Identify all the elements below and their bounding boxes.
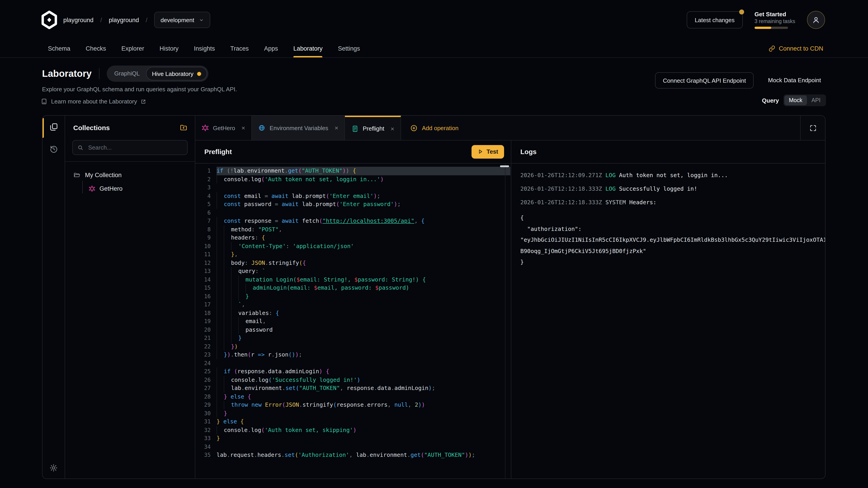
collections-search[interactable] (72, 140, 188, 155)
code-line: 5const password = await lab.prompt('Ente… (195, 200, 510, 208)
get-started-widget[interactable]: Get Started 3 remaining tasks (754, 11, 795, 29)
code-line: 10'Content-Type': 'application/json' (195, 242, 510, 250)
history-icon[interactable] (42, 144, 65, 154)
latest-changes-button[interactable]: Latest changes (686, 11, 743, 29)
add-operation-label: Add operation (422, 125, 458, 131)
line-content: `, (217, 300, 510, 309)
code-line: 35lab.request.headers.set('Authorization… (195, 451, 510, 459)
user-avatar[interactable] (807, 11, 825, 29)
notification-dot (739, 9, 744, 14)
indent-guide (217, 175, 224, 184)
breadcrumb-separator: / (100, 17, 102, 23)
hive-logo-icon[interactable] (40, 10, 59, 29)
indent-guide (231, 326, 238, 334)
line-content: method: "POST", (217, 225, 510, 234)
code-line: 13query: ` (195, 267, 510, 275)
line-number: 23 (195, 351, 217, 359)
indent-guide (217, 267, 224, 275)
breadcrumb: playground / playground / development (63, 0, 210, 40)
line-number: 14 (195, 275, 217, 284)
line-number: 9 (195, 234, 217, 242)
nav-item-schema[interactable]: Schema (48, 40, 70, 57)
chevron-down-icon (199, 18, 204, 22)
indent-guide (217, 250, 224, 259)
indent-guide (224, 284, 231, 292)
line-content (217, 208, 510, 217)
tab-preflight[interactable]: Preflight× (345, 116, 401, 140)
breadcrumb-org[interactable]: playground (63, 17, 94, 23)
collection-folder-my-collection[interactable]: My Collection (65, 168, 195, 182)
endpoint-mode-label: Query (762, 97, 779, 104)
project-nav: SchemaChecksExplorerHistoryInsightsTrace… (0, 40, 868, 58)
target-selector[interactable]: development (154, 12, 210, 28)
line-content: if (!lab.environment.get("AUTH_TOKEN")) … (217, 167, 510, 175)
close-icon[interactable]: × (241, 124, 245, 131)
connect-endpoint-button[interactable]: Connect GraphQL API Endpoint (655, 72, 754, 89)
fullscreen-icon (809, 124, 817, 132)
line-content: console.log('Successfully logged in!') (217, 376, 510, 384)
editor-scrollbar-track (505, 164, 505, 479)
editor-scrollbar-thumb[interactable] (500, 165, 509, 167)
line-number: 30 (195, 409, 217, 418)
mock-endpoint-button[interactable]: Mock Data Endpoint (768, 72, 821, 88)
gear-icon[interactable] (42, 464, 65, 472)
learn-more-link[interactable]: Learn more about the Laboratory (41, 98, 146, 105)
code-line: 27lab.environment.set("AUTH_TOKEN", resp… (195, 384, 510, 392)
indent-guide (224, 300, 231, 309)
collection-item-gethero[interactable]: GetHero (65, 182, 195, 195)
tab-gethero[interactable]: GetHero× (195, 116, 252, 140)
line-content: }).then(r => r.json()); (217, 351, 510, 359)
mode-option-mock[interactable]: Mock (784, 95, 807, 105)
tab-environment-variables[interactable]: Environment Variables× (252, 116, 345, 140)
nav-item-insights[interactable]: Insights (194, 40, 215, 57)
endpoint-mode-row: Query Mock API (762, 94, 826, 106)
line-content: adminLogin(email: $email, password: $pas… (217, 284, 510, 292)
top-right-cluster: Latest changes Get Started 3 remaining t… (686, 0, 825, 40)
code-line: 4const email = await lab.prompt('Enter e… (195, 192, 510, 200)
test-button[interactable]: Test (471, 145, 504, 158)
nav-item-checks[interactable]: Checks (86, 40, 106, 57)
indent-guide (217, 225, 224, 234)
code-line: 32console.log('Auth token set, skipping'… (195, 426, 510, 434)
nav-item-laboratory[interactable]: Laboratory (293, 40, 322, 57)
indent-guide (238, 326, 246, 334)
code-line: 18variables: { (195, 309, 510, 317)
sidebar-rail (42, 116, 65, 479)
line-content: } (217, 434, 510, 443)
nav-item-apps[interactable]: Apps (264, 40, 278, 57)
nav-item-explorer[interactable]: Explorer (121, 40, 144, 57)
connect-to-cdn-link[interactable]: Connect to CDN (768, 40, 823, 57)
collections-tree: My CollectionGetHero (65, 162, 195, 195)
line-content: console.log('Auth token set, skipping') (217, 426, 510, 434)
new-collection-icon[interactable] (180, 123, 188, 131)
line-number: 17 (195, 300, 217, 309)
add-operation-button[interactable]: Add operation (401, 116, 458, 140)
fullscreen-button[interactable] (800, 116, 825, 140)
toggle-graphiql[interactable]: GraphiQL (108, 67, 146, 80)
nav-item-settings[interactable]: Settings (338, 40, 360, 57)
indent-guide (238, 275, 246, 284)
indent-guide (231, 300, 238, 309)
nav-item-traces[interactable]: Traces (230, 40, 249, 57)
code-line: 15adminLogin(email: $email, password: $p… (195, 284, 510, 292)
close-icon[interactable]: × (335, 124, 338, 131)
indent-guide (231, 317, 238, 326)
line-content: headers: { (217, 234, 510, 242)
close-icon[interactable]: × (391, 125, 394, 132)
laboratory-header: Laboratory GraphiQL Hive Laboratory Expl… (0, 57, 868, 115)
divider (99, 68, 99, 79)
collections-icon[interactable] (42, 123, 65, 131)
line-number: 28 (195, 392, 217, 401)
code-line: 3 (195, 184, 510, 192)
breadcrumb-project[interactable]: playground (109, 17, 139, 23)
line-number: 7 (195, 217, 217, 225)
indent-guide (224, 234, 231, 242)
line-content: } (217, 292, 510, 300)
code-line: 1if (!lab.environment.get("AUTH_TOKEN"))… (195, 167, 510, 175)
code-editor[interactable]: 1if (!lab.environment.get("AUTH_TOKEN"))… (195, 164, 510, 479)
mode-option-api[interactable]: API (807, 95, 825, 105)
search-input[interactable] (87, 144, 183, 151)
line-content: const password = await lab.prompt('Enter… (217, 200, 510, 208)
toggle-hive-laboratory[interactable]: Hive Laboratory (146, 67, 207, 80)
nav-item-history[interactable]: History (160, 40, 179, 57)
